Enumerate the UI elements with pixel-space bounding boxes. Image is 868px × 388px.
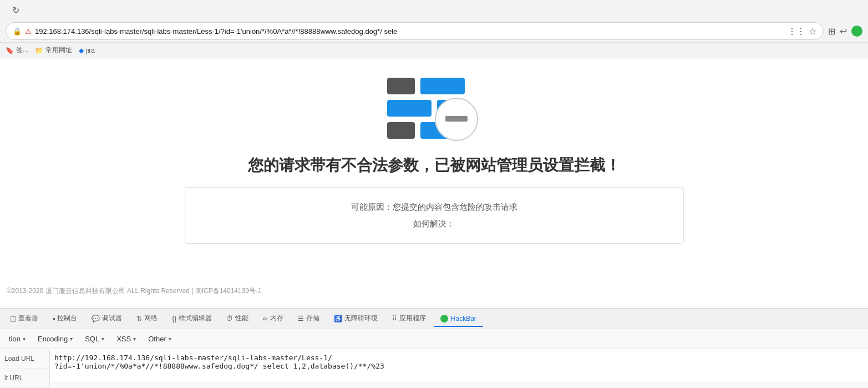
reason-detail: 您提交的内容包含危险的攻击请求 [393, 202, 517, 211]
bookmark-item-2[interactable]: 📁 常用网址 [35, 46, 72, 55]
browser-controls: ↻ [6, 1, 26, 19]
tab-console[interactable]: ▪ 控制台 [46, 310, 84, 327]
network-icon: ⇅ [136, 315, 142, 323]
tab-hackbar[interactable]: HackBar [434, 311, 483, 327]
reason-box: 可能原因：您提交的内容包含危险的攻击请求 如何解决： [185, 187, 684, 244]
devtools-tabs: ◫ 查看器 ▪ 控制台 💬 调试器 ⇅ 网络 {} 样式编辑器 ⏱ 性能 ∞ 内… [0, 309, 868, 329]
tab-debugger-label: 调试器 [102, 314, 122, 323]
page-footer: ©2013-2020 厦门服云信息科技有限公司 ALL Rights Reser… [0, 282, 268, 299]
split-url-label[interactable]: it URL [0, 369, 49, 388]
inspector-icon: ◫ [10, 315, 16, 323]
hackbar-menu-xss[interactable]: XSS ▾ [112, 333, 140, 345]
hackbar-menu-sql-label: SQL [85, 335, 99, 343]
devtools-panel: ◫ 查看器 ▪ 控制台 💬 调试器 ⇅ 网络 {} 样式编辑器 ⏱ 性能 ∞ 内… [0, 308, 868, 388]
tab-style-editor-label: 样式编辑器 [179, 314, 212, 323]
hackbar-url-area: Load URL it URL [0, 349, 868, 388]
hackbar-menu-action[interactable]: tion ▾ [4, 333, 30, 345]
memory-icon: ∞ [263, 315, 268, 323]
footer-text: ©2013-2020 厦门服云信息科技有限公司 ALL Rights Reser… [7, 287, 262, 295]
hackbar-menu-encoding[interactable]: Encoding ▾ [33, 333, 77, 345]
reason-prefix: 可能原因： [351, 202, 393, 211]
svg-rect-1 [420, 78, 465, 94]
block-title: 您的请求带有不合法参数，已被网站管理员设置拦截！ [248, 155, 621, 176]
page-content: 您的请求带有不合法参数，已被网站管理员设置拦截！ 可能原因：您提交的内容包含危险… [0, 58, 868, 280]
console-icon: ▪ [53, 315, 55, 323]
hackbar-menu-xss-chevron: ▾ [133, 336, 136, 342]
performance-icon: ⏱ [226, 315, 233, 323]
storage-icon: ☰ [298, 315, 304, 323]
hackbar-menu-encoding-label: Encoding [38, 335, 68, 343]
tab-inspector-label: 查看器 [18, 314, 38, 323]
tab-application[interactable]: ⠿ 应用程序 [385, 310, 433, 327]
hackbar-toolbar: tion ▾ Encoding ▾ SQL ▾ XSS ▾ Other ▾ [0, 329, 868, 349]
hackbar-menu-xss-label: XSS [116, 335, 131, 343]
bookmark-icon-1: 🔖 [6, 47, 14, 54]
tab-accessibility-label: 无障碍环境 [344, 314, 378, 323]
bookmark-item-3[interactable]: ◆ jira [79, 47, 95, 54]
browser-chrome: ↻ 🔒 ⚠ ⋮⋮ ☆ ⊞ ↩ 🔖 签... 📁 常用网址 ◆ jira [0, 0, 868, 58]
bookmark-bar: 🔖 签... 📁 常用网址 ◆ jira [0, 42, 868, 58]
load-url-label[interactable]: Load URL [0, 349, 49, 369]
hackbar-menu-other-chevron: ▾ [169, 336, 171, 342]
bookmark-label-3: jira [86, 47, 95, 54]
tab-storage[interactable]: ☰ 存储 [291, 310, 326, 327]
security-icon: 🔒 [13, 27, 22, 36]
svg-rect-2 [387, 100, 432, 117]
profile-icon[interactable] [851, 26, 862, 37]
tab-network[interactable]: ⇅ 网络 [130, 310, 164, 327]
reason-text: 可能原因：您提交的内容包含危险的攻击请求 [207, 199, 661, 215]
hackbar-menu-action-label: tion [9, 335, 21, 343]
tab-storage-label: 存储 [306, 314, 319, 323]
hackbar-dot-icon [440, 315, 448, 323]
tab-performance-label: 性能 [235, 314, 248, 323]
how-to-solve: 如何解决： [207, 215, 661, 232]
tab-hackbar-label: HackBar [451, 315, 476, 323]
warning-icon: ⚠ [25, 27, 32, 36]
back-icon[interactable]: ↩ [840, 26, 847, 37]
address-bar[interactable]: 🔒 ⚠ ⋮⋮ ☆ [6, 22, 824, 40]
hackbar-menu-action-chevron: ▾ [23, 336, 26, 342]
style-editor-icon: {} [172, 315, 176, 323]
tab-bar: ↻ [0, 0, 868, 20]
tab-inspector[interactable]: ◫ 查看器 [3, 310, 45, 327]
application-icon: ⠿ [392, 315, 397, 323]
tab-performance[interactable]: ⏱ 性能 [220, 310, 255, 327]
svg-rect-4 [387, 122, 415, 139]
tab-memory[interactable]: ∞ 内存 [256, 310, 290, 327]
hackbar-menu-sql-chevron: ▾ [101, 336, 104, 342]
url-input-area [50, 349, 868, 388]
address-bar-row: 🔒 ⚠ ⋮⋮ ☆ ⊞ ↩ [0, 20, 868, 42]
bookmark-label-2: 常用网址 [45, 46, 72, 55]
url-textarea[interactable] [50, 349, 868, 382]
svg-rect-8 [445, 116, 468, 122]
tab-memory-label: 内存 [270, 314, 283, 323]
bookmark-label-1: 签... [16, 46, 28, 55]
bookmark-icon-2: 📁 [35, 47, 43, 54]
how-to-solve-prefix: 如何解决： [413, 219, 455, 228]
reload-button[interactable]: ↻ [10, 4, 21, 16]
url-input[interactable] [35, 27, 784, 36]
tab-accessibility[interactable]: ♿ 无障碍环境 [327, 310, 384, 327]
tab-application-label: 应用程序 [399, 314, 426, 323]
hackbar-menu-sql[interactable]: SQL ▾ [80, 333, 109, 345]
star-icon[interactable]: ☆ [809, 26, 816, 37]
firewall-logo [384, 75, 484, 142]
tab-console-label: 控制台 [57, 314, 77, 323]
bookmark-icon-3: ◆ [79, 47, 84, 54]
hackbar-menu-encoding-chevron: ▾ [70, 336, 73, 342]
svg-rect-0 [387, 78, 415, 94]
tab-debugger[interactable]: 💬 调试器 [85, 310, 129, 327]
hackbar-menu-other[interactable]: Other ▾ [144, 333, 176, 345]
tab-network-label: 网络 [144, 314, 158, 323]
bookmark-item-1[interactable]: 🔖 签... [6, 46, 28, 55]
accessibility-icon: ♿ [334, 315, 342, 323]
grid-icon: ⋮⋮ [788, 26, 805, 37]
debugger-icon: 💬 [92, 315, 100, 323]
hackbar-menu-other-label: Other [148, 335, 166, 343]
tab-style-editor[interactable]: {} 样式编辑器 [165, 310, 219, 327]
extension-icon[interactable]: ⊞ [828, 26, 835, 37]
url-labels: Load URL it URL [0, 349, 50, 388]
